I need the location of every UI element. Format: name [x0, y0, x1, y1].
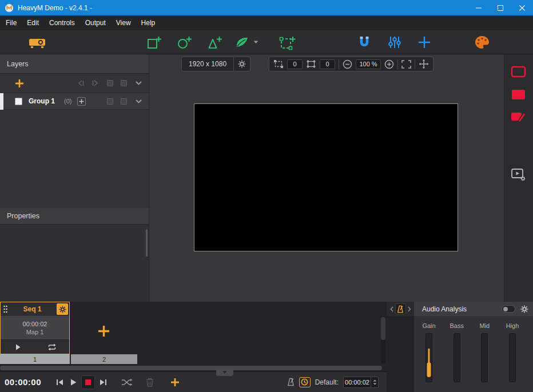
menu-controls[interactable]: Controls [44, 15, 80, 30]
menu-edit[interactable]: Edit [22, 15, 44, 30]
audio-settings-button[interactable] [520, 305, 528, 313]
add-group-button[interactable] [279, 34, 296, 50]
fit-to-screen-button[interactable] [401, 60, 411, 69]
media-settings-button[interactable] [511, 167, 526, 182]
pan-tool-button[interactable] [419, 59, 429, 69]
layer-toggle-a[interactable] [107, 80, 113, 86]
timer-mode-button[interactable] [299, 377, 311, 387]
maximize-button[interactable] [490, 0, 511, 15]
stop-icon [85, 379, 91, 385]
main-toolbar [0, 30, 533, 54]
add-sequence-button[interactable] [98, 325, 110, 337]
group-collapse-button[interactable] [136, 99, 142, 103]
audio-analysis-toggle[interactable] [502, 305, 515, 313]
skip-end-button[interactable] [96, 375, 110, 389]
menu-view[interactable]: View [111, 15, 136, 30]
zoom-out-button[interactable] [343, 59, 352, 69]
sequence-loop-button[interactable] [35, 340, 69, 354]
spinner-arrows[interactable] [371, 377, 378, 387]
group-actions [107, 98, 149, 105]
stop-button[interactable] [81, 375, 95, 389]
gear-icon [520, 305, 528, 313]
maximize-icon [498, 5, 503, 11]
tempo-panel-button[interactable] [395, 303, 406, 314]
right-sidebar [504, 54, 533, 302]
layer-toggle-b[interactable] [121, 80, 127, 86]
group-toggle-b[interactable] [121, 98, 127, 105]
sequence-card[interactable]: Seq 1 00:00:02 Map 1 [0, 302, 70, 354]
sequence-settings-button[interactable] [57, 303, 68, 315]
timeline-horizontal-scrollbar[interactable] [0, 366, 382, 370]
plus-icon [15, 79, 24, 88]
add-layer-button[interactable] [15, 79, 24, 88]
layer-front-button[interactable] [91, 79, 100, 87]
properties-scrollbar[interactable] [146, 229, 148, 257]
palette-button[interactable] [474, 34, 491, 50]
minimize-button[interactable] [468, 0, 490, 15]
group-add-button[interactable] [77, 97, 86, 106]
mapping-canvas[interactable] [194, 103, 458, 251]
add-triangle-icon [207, 35, 222, 50]
slider-label: Mid [479, 322, 490, 329]
group-name[interactable]: Group 1 [29, 97, 55, 105]
menu-output[interactable]: Output [80, 15, 111, 30]
layers-list-empty [0, 110, 149, 208]
sequence-header: Seq 1 [1, 302, 69, 316]
sequence-drag-handle[interactable] [3, 305, 8, 314]
scrollbar-thumb[interactable] [381, 317, 385, 340]
sequence-track: 1 2 [0, 354, 137, 364]
snap-magnet-button[interactable] [356, 34, 373, 50]
high-slider-track[interactable] [509, 333, 516, 382]
gain-slider-thumb[interactable] [426, 334, 432, 382]
layers-collapse-button[interactable] [136, 81, 142, 85]
play-button[interactable] [66, 375, 80, 389]
delete-button[interactable] [143, 375, 157, 389]
crosshair-button[interactable] [416, 34, 433, 50]
layers-toolbar-actions [71, 79, 142, 87]
default-duration-spinner[interactable]: 00:00:02 [343, 377, 379, 388]
group-toggle-a[interactable] [107, 98, 113, 105]
menu-help[interactable]: Help [136, 15, 161, 30]
canvas-controls-bar: 0 0 100 % [269, 57, 433, 71]
shuffle-button[interactable] [120, 375, 134, 389]
projector-output-button[interactable] [29, 34, 46, 50]
add-circle-button[interactable] [176, 34, 193, 50]
group-visibility-checkbox[interactable] [15, 98, 22, 105]
sequence-play-button[interactable] [1, 340, 35, 354]
paint-tool-dropdown[interactable] [252, 38, 259, 46]
gain-slider-track[interactable] [425, 333, 432, 382]
plus-icon [98, 325, 110, 337]
play-icon [15, 344, 21, 350]
mask-draw-button[interactable] [511, 111, 526, 124]
close-button[interactable] [511, 0, 533, 15]
timeline-segment-2[interactable]: 2 [71, 354, 137, 364]
resolution-dropdown[interactable]: 1920 x 1080 [181, 57, 250, 71]
sequence-name[interactable]: Seq 1 [8, 305, 57, 313]
layer-back-button[interactable] [77, 79, 85, 87]
timeline-vertical-scrollbar[interactable] [381, 317, 385, 364]
add-rectangle-button[interactable] [145, 34, 162, 50]
zoom-in-button[interactable] [384, 59, 394, 69]
resolution-settings-button[interactable] [234, 60, 250, 68]
default-duration-value[interactable]: 00:00:02 [344, 379, 371, 386]
add-button[interactable] [168, 375, 182, 389]
collapse-right-button[interactable] [408, 306, 411, 312]
scrollbar-thumb[interactable] [0, 366, 382, 370]
timeline-segment-1[interactable]: 1 [0, 354, 70, 364]
timeline-collapse-handle[interactable] [216, 369, 233, 376]
mask-outline-button[interactable] [511, 66, 526, 78]
layer-group-row[interactable]: Group 1 (0) [0, 93, 149, 110]
chevron-down-icon [222, 371, 227, 374]
zoom-level-value[interactable]: 100 % [356, 59, 381, 69]
collapse-left-button[interactable] [390, 306, 393, 312]
skip-start-button[interactable] [53, 375, 66, 389]
add-triangle-button[interactable] [206, 34, 223, 50]
paint-tool-button[interactable] [233, 34, 250, 50]
mask-fill-button[interactable] [511, 89, 526, 100]
group-drag-handle[interactable] [0, 93, 3, 110]
menu-file[interactable]: File [1, 15, 22, 30]
effects-button[interactable] [386, 34, 403, 50]
mid-slider-track[interactable] [481, 333, 488, 382]
tempo-mode-button[interactable] [287, 378, 295, 386]
bass-slider-track[interactable] [454, 333, 460, 382]
